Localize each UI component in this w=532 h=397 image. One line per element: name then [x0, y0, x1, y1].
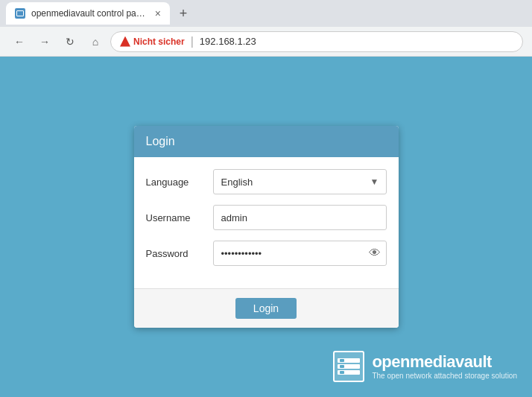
tab-bar: openmediavault control panel - × +: [0, 0, 532, 27]
back-button[interactable]: ←: [9, 31, 30, 52]
security-warning: Nicht sicher: [120, 36, 185, 47]
language-label: Language: [146, 177, 213, 188]
branding-text: openmediavault The open network attached…: [372, 353, 517, 379]
branding: openmediavault The open network attached…: [333, 351, 517, 382]
forward-button[interactable]: →: [34, 31, 55, 52]
login-card-body: Language English Deutsch Français Españo…: [134, 157, 399, 288]
brand-name: openmediavault: [372, 353, 517, 371]
language-select[interactable]: English Deutsch Français Español: [213, 169, 387, 194]
tab-favicon: [15, 8, 25, 19]
show-password-icon[interactable]: 👁: [369, 247, 381, 260]
active-tab[interactable]: openmediavault control panel - ×: [6, 2, 170, 25]
tab-title: openmediavault control panel -: [31, 8, 149, 19]
brand-tagline: The open network attached storage soluti…: [372, 372, 517, 380]
username-row: Username: [146, 205, 387, 230]
language-row: Language English Deutsch Français Españo…: [146, 169, 387, 194]
logo-line-1: [338, 358, 360, 363]
branding-logo: [333, 351, 364, 382]
login-card-header: Login: [134, 126, 399, 157]
address-bar[interactable]: Nicht sicher | 192.168.1.23: [110, 31, 523, 52]
login-button[interactable]: Login: [235, 298, 297, 319]
password-wrapper: 👁: [213, 241, 387, 266]
warning-icon: [120, 36, 130, 47]
page-content: Login Language English Deutsch Français …: [0, 57, 532, 397]
tab-close-button[interactable]: ×: [155, 8, 161, 19]
username-input[interactable]: [213, 205, 387, 230]
password-label: Password: [146, 248, 213, 259]
username-label: Username: [146, 212, 213, 223]
security-warning-text: Nicht sicher: [133, 36, 185, 47]
login-card-footer: Login: [134, 288, 399, 328]
language-select-wrapper: English Deutsch Français Español ▼: [213, 169, 387, 194]
browser-chrome: openmediavault control panel - × + ← → ↻…: [0, 0, 532, 57]
new-tab-button[interactable]: +: [173, 3, 194, 24]
address-text: 192.168.1.23: [200, 36, 256, 47]
login-title: Login: [146, 135, 175, 147]
logo-line-3: [338, 370, 360, 375]
home-button[interactable]: ⌂: [85, 31, 106, 52]
logo-line-2: [338, 364, 360, 369]
nav-bar: ← → ↻ ⌂ Nicht sicher | 192.168.1.23: [0, 27, 532, 57]
password-input[interactable]: [213, 241, 387, 266]
address-separator: |: [191, 35, 194, 48]
password-row: Password 👁: [146, 241, 387, 266]
login-card: Login Language English Deutsch Français …: [134, 126, 399, 328]
reload-button[interactable]: ↻: [60, 31, 80, 52]
